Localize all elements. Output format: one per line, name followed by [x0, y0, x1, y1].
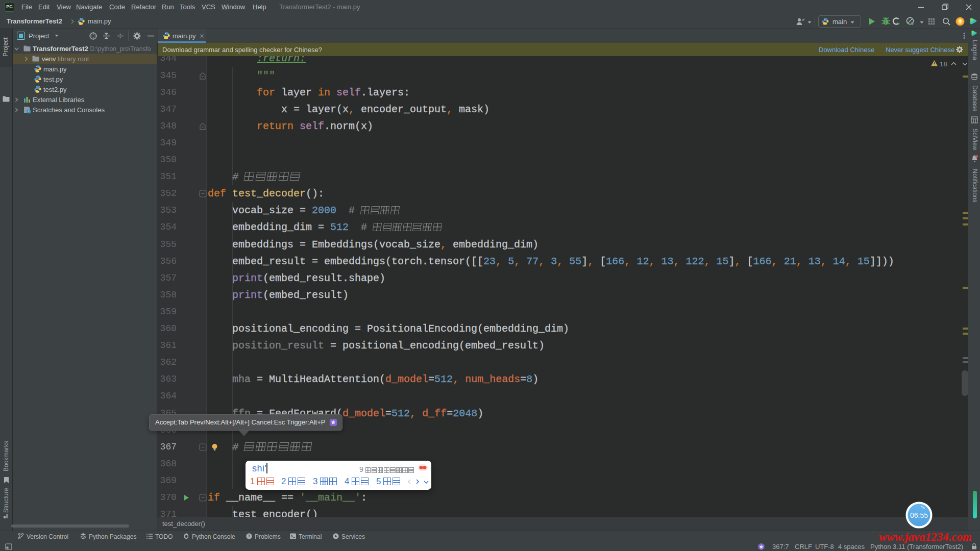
svg-text:06:55: 06:55: [910, 511, 928, 519]
